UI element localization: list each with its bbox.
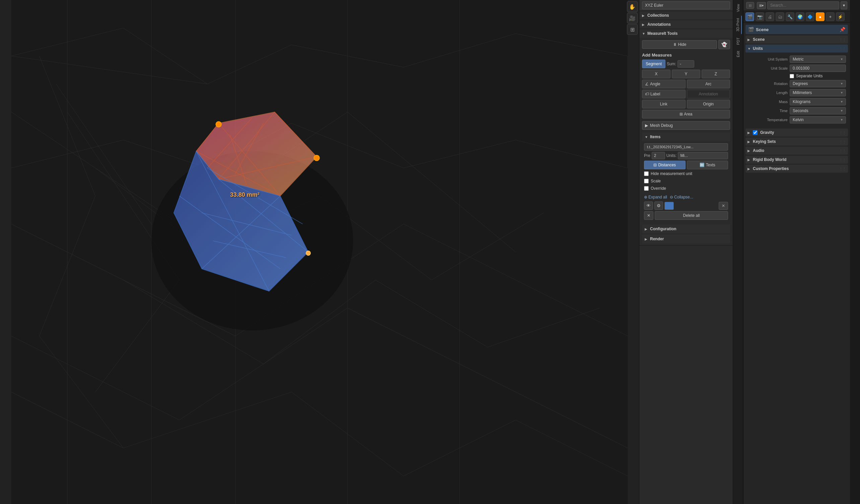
object-icon[interactable]: 🔷 bbox=[806, 12, 815, 21]
mass-dropdown[interactable]: Kilograms bbox=[790, 98, 846, 105]
pre-input[interactable] bbox=[652, 152, 665, 159]
y-button[interactable]: Y bbox=[672, 70, 700, 78]
unit-scale-value[interactable]: 0.001000 bbox=[790, 64, 846, 72]
visibility-row: 👁 ⚙ ✕ bbox=[644, 202, 728, 210]
origin-button[interactable]: Origin bbox=[687, 100, 730, 108]
scene-props-icon[interactable]: 🔧 bbox=[786, 12, 794, 21]
measureit-header[interactable]: ▼ MeasureIt Tools bbox=[639, 29, 733, 38]
close-item-button[interactable]: ✕ bbox=[719, 202, 728, 210]
area-button[interactable]: ⊞ Area bbox=[642, 110, 730, 118]
view-tab[interactable]: View bbox=[735, 1, 742, 15]
props-pin-btn[interactable]: ▾ bbox=[841, 1, 847, 9]
gravity-checkbox[interactable] bbox=[753, 130, 758, 135]
pdt-tab[interactable]: PDT bbox=[735, 35, 742, 47]
angle-button[interactable]: ∠ Angle bbox=[642, 80, 686, 88]
override-checkbox[interactable] bbox=[644, 186, 649, 191]
hide-button[interactable]: ⏸ Hide bbox=[642, 40, 717, 49]
rigid-body-section-header[interactable]: ▶ Rigid Body World ⋮⋮ bbox=[745, 155, 848, 164]
collapse-button[interactable]: ⊖ Collapse... bbox=[670, 195, 693, 199]
distances-tab[interactable]: ⊟ Distances bbox=[644, 161, 686, 169]
particles-icon[interactable]: ✦ bbox=[826, 12, 834, 21]
x-button[interactable]: X bbox=[642, 70, 671, 78]
props-side-icons: ⊟ bbox=[746, 2, 754, 9]
keying-sets-section-header[interactable]: ▶ Keying Sets ⋮⋮ bbox=[745, 137, 848, 146]
label-button[interactable]: 🏷 Label bbox=[642, 90, 686, 99]
texts-tab[interactable]: 🔤 Texts bbox=[687, 161, 728, 169]
output-icon[interactable]: 🖨 bbox=[765, 12, 774, 21]
sum-dropdown[interactable]: - bbox=[677, 60, 694, 68]
collections-header[interactable]: ▶ Collections bbox=[639, 11, 733, 20]
3dprint-tab[interactable]: 3D-Print bbox=[734, 15, 742, 34]
audio-title: Audio bbox=[753, 148, 764, 153]
item-name: t.t._20230629172345_Low... bbox=[644, 143, 728, 151]
arc-button[interactable]: Arc bbox=[687, 80, 730, 88]
pin-icon[interactable]: 📌 bbox=[840, 27, 845, 32]
scene-section-header[interactable]: ▶ Scene ⋮⋮ bbox=[745, 35, 848, 44]
props-icon-1[interactable]: ⊟ bbox=[746, 2, 754, 9]
ghost-icon-btn[interactable]: 👻 bbox=[718, 40, 730, 49]
edit-tab[interactable]: Edit bbox=[735, 48, 742, 60]
temperature-dropdown[interactable]: Kelvin bbox=[790, 116, 846, 123]
collapse-icon: ⊖ bbox=[670, 195, 673, 199]
camera-tool-btn[interactable]: 🎥 bbox=[627, 13, 637, 24]
time-dropdown[interactable]: Seconds bbox=[790, 107, 846, 115]
items-arrow: ▼ bbox=[645, 135, 649, 139]
shelf-header: XYZ Euler bbox=[639, 0, 733, 11]
units-label-text: Units: bbox=[666, 153, 677, 158]
expand-all-button[interactable]: ⊕ Expand all bbox=[644, 195, 667, 199]
eye-button[interactable]: 👁 bbox=[644, 202, 653, 210]
x-delete-button[interactable]: ✕ bbox=[644, 211, 654, 220]
expand-icon: ⊕ bbox=[644, 195, 647, 199]
color-swatch[interactable] bbox=[664, 202, 674, 210]
segment-button[interactable]: Segment bbox=[642, 60, 665, 68]
scene-icon[interactable]: 🎬 bbox=[745, 12, 754, 21]
material-icon[interactable]: ● bbox=[816, 12, 825, 21]
rotation-mode-dropdown[interactable]: XYZ Euler bbox=[642, 1, 730, 9]
delete-all-button[interactable]: Delete all bbox=[655, 211, 728, 220]
hide-row: ⏸ Hide 👻 bbox=[642, 40, 730, 49]
time-label: Time bbox=[747, 109, 788, 113]
time-row: Time Seconds bbox=[747, 107, 846, 115]
view-layer-icon[interactable]: 🗂 bbox=[776, 12, 784, 21]
collections-section: ▶ Collections bbox=[639, 11, 733, 20]
separate-units-checkbox[interactable] bbox=[790, 74, 794, 78]
props-layout-btn[interactable]: ⊞▾ bbox=[757, 2, 766, 9]
unit-system-dropdown[interactable]: Metric bbox=[790, 56, 846, 63]
gear-button[interactable]: ⚙ bbox=[654, 202, 663, 210]
override-row: Override bbox=[644, 186, 728, 191]
custom-props-section-header[interactable]: ▶ Custom Properties ⋮⋮ bbox=[745, 165, 848, 173]
items-header[interactable]: ▼ Items bbox=[642, 133, 730, 141]
link-button[interactable]: Link bbox=[642, 100, 686, 108]
configuration-header[interactable]: ▶ Configuration bbox=[642, 225, 730, 233]
expand-collapse-row: ⊕ Expand all ⊖ Collapse... bbox=[644, 193, 728, 202]
world-icon[interactable]: 🌍 bbox=[796, 12, 804, 21]
z-button[interactable]: Z bbox=[702, 70, 730, 78]
items-body: t.t._20230629172345_Low... Pre Units: Mi… bbox=[642, 141, 730, 223]
mesh-debug-label: Mesh Debug bbox=[650, 123, 673, 128]
units-section-header[interactable]: ▼ Units ⋮⋮ bbox=[745, 45, 848, 53]
units-dropdown[interactable]: Mi... bbox=[678, 152, 728, 159]
hide-measurement-unit-checkbox[interactable] bbox=[644, 171, 649, 176]
pre-label: Pre bbox=[644, 153, 650, 158]
scale-row: Scale bbox=[644, 178, 728, 184]
audio-section-header[interactable]: ▶ Audio ⋮⋮ bbox=[745, 147, 848, 154]
mesh-debug-button[interactable]: ▶ Mesh Debug bbox=[642, 121, 730, 130]
annotations-section: ▶ Annotations bbox=[639, 20, 733, 29]
props-search-input[interactable] bbox=[767, 1, 839, 9]
scene-title-row[interactable]: 🎬 Scene 📌 bbox=[745, 25, 848, 34]
render-icon[interactable]: 📷 bbox=[756, 12, 764, 21]
separate-units-checkbox-label[interactable]: Separate Units bbox=[790, 74, 822, 78]
move-tool-btn[interactable]: ✋ bbox=[627, 1, 637, 12]
area-row: ⊞ Area bbox=[642, 110, 730, 120]
gravity-section-header[interactable]: ▶ Gravity ⋮⋮ bbox=[745, 129, 848, 136]
render-header[interactable]: ▶ Render bbox=[642, 235, 730, 243]
physics-icon[interactable]: ⚡ bbox=[836, 12, 845, 21]
expand-all-label: Expand all bbox=[648, 195, 667, 199]
rotation-dropdown[interactable]: Degrees bbox=[790, 80, 846, 87]
annotations-header[interactable]: ▶ Annotations bbox=[639, 20, 733, 29]
length-dropdown[interactable]: Millimeters bbox=[790, 89, 846, 97]
grid-tool-btn[interactable]: ⊞ bbox=[627, 24, 637, 35]
pause-icon: ⏸ bbox=[673, 42, 677, 47]
custom-props-dots: ⋮⋮ bbox=[839, 167, 846, 171]
scale-checkbox[interactable] bbox=[644, 179, 649, 183]
